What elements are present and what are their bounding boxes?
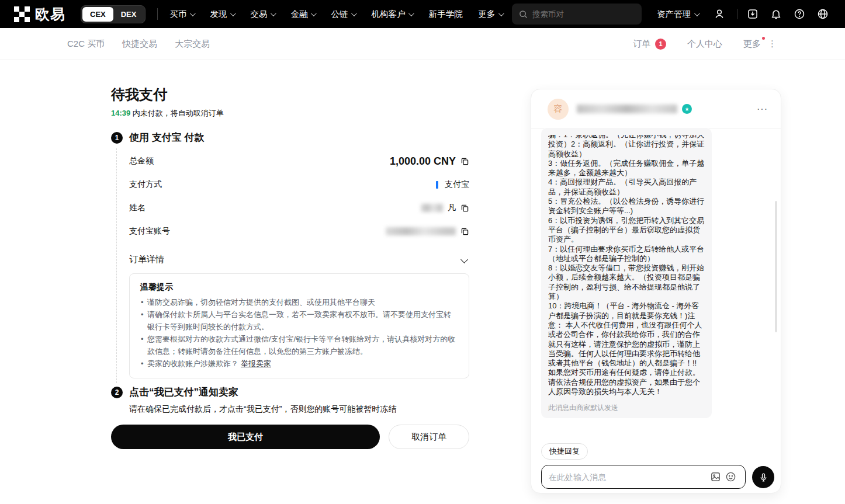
okx-logo-icon <box>14 6 30 22</box>
pair-search[interactable] <box>512 4 642 25</box>
step2-number: 2 <box>111 387 123 398</box>
nav-item-chain[interactable]: 公链 <box>331 9 355 20</box>
redacted-account <box>386 227 456 235</box>
merchant-message-bubble: 骗：1：兼职返佣。（先让你赚小钱，诱导加大投资）2：高额返利。（让你进行投资，并… <box>541 128 712 418</box>
amount-row: 总金额 1,000.00 CNY <box>129 150 469 173</box>
name-visible-char: 凡 <box>448 203 456 213</box>
user-icon[interactable] <box>712 7 726 21</box>
nav-item-finance[interactable]: 金融 <box>290 9 315 20</box>
step2-title: 点击“我已支付”通知卖家 <box>129 385 238 399</box>
help-icon[interactable] <box>792 7 806 21</box>
chat-more-icon[interactable]: ··· <box>757 104 768 114</box>
kebab-menu-icon[interactable]: ⋮ <box>768 39 777 49</box>
chat-input-container <box>541 465 746 489</box>
orders-count-badge: 1 <box>655 39 666 50</box>
notification-dot <box>762 37 765 40</box>
tip-item: 您需要根据对方的收款方式通过微信/支付宝/银行卡等平台转账给对方，请认真核对对方… <box>140 333 458 357</box>
chat-panel: 容 ★ ··· 骗：1：兼职返佣。（先让你赚小钱，诱导加大投资）2：高额返利。（… <box>531 89 781 493</box>
chevron-down-icon <box>230 11 236 16</box>
top-navbar: 欧易 CEX DEX 买币 发现 交易 金融 公链 机构客户 新手学院 更多 资… <box>0 0 845 28</box>
assets-menu[interactable]: 资产管理 <box>657 9 698 20</box>
tab-block-trade[interactable]: 大宗交易 <box>175 39 210 50</box>
merchant-message-text: 骗：1：兼职返佣。（先让你赚小钱，诱导加大投资）2：高额返利。（让你进行投资，并… <box>548 135 705 397</box>
message-clip[interactable]: 骗：1：兼职返佣。（先让你赚小钱，诱导加大投资）2：高额返利。（让你进行投资，并… <box>548 135 705 399</box>
step1-number: 1 <box>111 132 123 144</box>
notifications-bell-icon[interactable] <box>769 7 783 21</box>
voice-message-button[interactable] <box>752 466 774 488</box>
nav-item-more[interactable]: 更多 <box>478 9 503 20</box>
attach-image-icon[interactable] <box>708 470 723 485</box>
method-label: 支付方式 <box>129 179 162 190</box>
toggle-cex[interactable]: CEX <box>82 7 113 22</box>
verified-badge-icon: ★ <box>682 104 692 114</box>
copy-icon[interactable] <box>460 227 469 236</box>
nav-item-trade[interactable]: 交易 <box>250 9 275 20</box>
payment-details: 总金额 1,000.00 CNY 支付方式 支付宝 姓名 凡 <box>129 150 469 243</box>
chat-message-input[interactable] <box>549 472 708 482</box>
tip-item: 请确保付款卡所属人与平台实名信息一致，若不一致卖家有权不放币。请不要使用支付宝转… <box>140 308 458 333</box>
report-seller-link[interactable]: 举报卖家 <box>241 359 271 368</box>
orders-link[interactable]: 订单 1 <box>633 39 666 50</box>
merchant-avatar: 容 <box>548 99 569 120</box>
search-icon <box>519 10 528 19</box>
nav-item-buy[interactable]: 买币 <box>169 9 194 20</box>
tab-express-trade[interactable]: 快捷交易 <box>122 39 157 50</box>
microphone-icon <box>759 472 768 482</box>
alipay-account-row: 支付宝账号 <box>129 220 469 243</box>
alipay-icon <box>436 181 438 189</box>
action-buttons: 我已支付 取消订单 <box>111 425 469 449</box>
chevron-down-icon <box>190 11 196 16</box>
tip-item: 谨防交易诈骗，切勿轻信对方提供的支付截图、或使用其他平台聊天 <box>140 296 458 308</box>
paid-button[interactable]: 我已支付 <box>111 425 380 449</box>
tab-c2c-buy[interactable]: C2C 买币 <box>67 39 105 50</box>
method-value: 支付宝 <box>445 179 469 190</box>
countdown-line: 14:39 内未付款，将自动取消订单 <box>111 108 224 119</box>
quick-reply-button[interactable]: 快捷回复 <box>541 443 588 460</box>
more-link[interactable]: 更多 <box>743 39 761 50</box>
page: 欧易 CEX DEX 买币 发现 交易 金融 公链 机构客户 新手学院 更多 资… <box>0 0 845 504</box>
tips-title: 温馨提示 <box>140 282 458 293</box>
payee-name-label: 姓名 <box>129 203 146 213</box>
step-connector <box>116 148 117 383</box>
tips-box: 温馨提示 谨防交易诈骗，切勿轻信对方提供的支付截图、或使用其他平台聊天 请确保付… <box>129 273 469 378</box>
step2-description: 请在确保已完成付款后，才点击“我已支付”，否则您的账号可能被暂时冻结 <box>129 404 396 415</box>
emoji-icon[interactable] <box>723 470 738 485</box>
nav-menu: 买币 发现 交易 金融 公链 机构客户 新手学院 更多 <box>169 9 503 20</box>
copy-icon[interactable] <box>460 157 469 166</box>
step1-title: 使用 支付宝 付款 <box>129 131 204 144</box>
message-footer-note: 此消息由商家默认发送 <box>548 403 705 413</box>
chevron-down-icon <box>498 11 504 16</box>
nav-divider <box>737 9 737 19</box>
brand-name: 欧易 <box>35 5 65 24</box>
page-title: 待我支付 <box>111 85 167 104</box>
redacted-merchant-name <box>577 105 677 113</box>
language-globe-icon[interactable] <box>816 7 830 21</box>
nav-item-discover[interactable]: 发现 <box>210 9 234 20</box>
chat-header: 容 ★ ··· <box>531 89 781 129</box>
step2-header: 2 点击“我已支付”通知卖家 <box>111 385 238 399</box>
amount-label: 总金额 <box>129 156 154 166</box>
countdown-timer: 14:39 <box>111 109 130 117</box>
cex-dex-toggle: CEX DEX <box>81 5 146 23</box>
amount-value: 1,000.00 CNY <box>390 155 456 168</box>
profile-link[interactable]: 个人中心 <box>687 39 722 50</box>
order-details-toggle[interactable]: 订单详情 <box>129 248 469 271</box>
cancel-order-button[interactable]: 取消订单 <box>389 425 469 449</box>
nav-item-institutional[interactable]: 机构客户 <box>371 9 413 20</box>
payee-name-row: 姓名 凡 <box>129 196 469 220</box>
download-app-icon[interactable] <box>746 7 760 21</box>
alipay-account-label: 支付宝账号 <box>129 226 170 237</box>
toggle-dex[interactable]: DEX <box>113 7 144 22</box>
nav-item-academy[interactable]: 新手学院 <box>428 9 462 20</box>
tip-item: 卖家的收款账户涉嫌欺诈？举报卖家 <box>140 357 458 370</box>
step1-header: 1 使用 支付宝 付款 <box>111 131 204 144</box>
chevron-down-icon <box>460 256 468 263</box>
report-question: 卖家的收款账户涉嫌欺诈？ <box>147 359 238 368</box>
chevron-down-icon <box>408 11 414 16</box>
chevron-down-icon <box>311 11 317 16</box>
method-row: 支付方式 支付宝 <box>129 173 469 196</box>
copy-icon[interactable] <box>460 204 469 213</box>
chat-scrollbar[interactable] <box>775 201 777 332</box>
nav-divider <box>157 8 158 20</box>
search-input[interactable] <box>532 10 626 19</box>
